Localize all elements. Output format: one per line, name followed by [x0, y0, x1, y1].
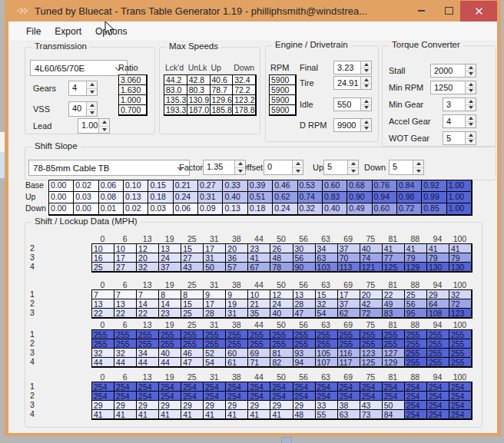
cell[interactable]: 80.3	[187, 85, 211, 95]
cell[interactable]: 27	[181, 253, 204, 263]
cell[interactable]: 13	[293, 290, 316, 299]
cell[interactable]: 254	[449, 410, 472, 419]
cell[interactable]: 48	[270, 253, 293, 263]
spinner-buttons[interactable]	[360, 77, 371, 89]
cell[interactable]: 0.03	[148, 203, 173, 215]
cell[interactable]: 33	[316, 401, 338, 410]
cell[interactable]: 9	[226, 290, 248, 299]
cell[interactable]: 255	[114, 339, 137, 349]
spin-up-button[interactable]	[87, 102, 97, 109]
cell[interactable]: 255	[159, 330, 181, 339]
cell[interactable]: 254	[316, 392, 338, 401]
cell[interactable]: 105	[316, 349, 338, 358]
minimize-button[interactable]	[413, 1, 429, 21]
spin-up-button[interactable]	[361, 61, 371, 68]
cell[interactable]: 29	[204, 401, 226, 410]
cell[interactable]: 178.8	[233, 105, 256, 115]
cell[interactable]: 255	[181, 339, 204, 349]
cell[interactable]: 113	[338, 263, 360, 272]
cell[interactable]: 83.0	[164, 85, 187, 95]
cell[interactable]: 255	[449, 358, 472, 367]
cell[interactable]: 0.32	[298, 203, 323, 215]
cell[interactable]: 0.10	[124, 180, 148, 192]
cell[interactable]: 0.08	[99, 192, 124, 203]
cell[interactable]: 117	[338, 358, 360, 367]
cell[interactable]: 0.98	[397, 192, 422, 203]
cell[interactable]: 254	[248, 382, 270, 392]
cell[interactable]: 90	[293, 263, 316, 272]
cell[interactable]: 0.700	[119, 105, 147, 115]
cell[interactable]: 37	[338, 299, 360, 309]
cell[interactable]: 25	[405, 290, 427, 299]
close-button[interactable]	[460, 1, 497, 21]
cell[interactable]: 0.60	[373, 203, 397, 215]
spinner-buttons[interactable]	[86, 81, 97, 95]
cell[interactable]: 17	[338, 290, 360, 299]
cell[interactable]: 70	[338, 253, 360, 263]
cell[interactable]: 0.18	[148, 192, 173, 203]
cell[interactable]: 22	[383, 290, 405, 299]
cell[interactable]: 13	[159, 244, 181, 253]
cell[interactable]: 254	[427, 392, 449, 401]
cell[interactable]: 254	[248, 392, 270, 401]
spinner-buttons[interactable]	[465, 98, 476, 111]
cell[interactable]: 0.85	[422, 203, 446, 215]
cell[interactable]: 103	[316, 263, 338, 272]
cell[interactable]: 255	[270, 330, 293, 339]
cell[interactable]: 255	[248, 339, 270, 349]
cell[interactable]: 0.76	[373, 180, 397, 192]
cell[interactable]: 255	[316, 339, 338, 349]
idle-spinner[interactable]: 550	[333, 98, 372, 111]
wot-gear-spinner[interactable]: 5	[443, 131, 476, 145]
cell[interactable]: 41	[449, 244, 472, 253]
spin-down-button[interactable]	[466, 121, 476, 128]
cell[interactable]: 0.00	[49, 180, 74, 192]
cell[interactable]: 255	[204, 339, 226, 349]
cell[interactable]: 255	[427, 330, 449, 339]
cell[interactable]: 13	[114, 299, 137, 309]
cell[interactable]: 69	[248, 349, 270, 358]
cell[interactable]: 255	[181, 330, 204, 339]
cell[interactable]: 255	[405, 330, 427, 339]
cell[interactable]: 41	[204, 410, 226, 419]
spin-down-button[interactable]	[87, 88, 97, 96]
spin-down-button[interactable]	[361, 104, 371, 111]
spinner-buttons[interactable]	[465, 132, 476, 144]
spinner-buttons[interactable]	[465, 81, 476, 94]
cell[interactable]: 255	[204, 330, 226, 339]
spin-down-button[interactable]	[293, 167, 303, 175]
spinner-buttons[interactable]	[234, 160, 245, 174]
cell[interactable]: 255	[270, 339, 293, 349]
cell[interactable]: 22	[114, 309, 137, 318]
cell[interactable]: 0.09	[198, 203, 223, 215]
cell[interactable]: 0.68	[347, 180, 372, 192]
cell[interactable]: 0.18	[248, 203, 273, 215]
cell[interactable]: 54	[316, 309, 338, 318]
cell[interactable]: 0.49	[347, 203, 372, 215]
spinner-buttons[interactable]	[465, 115, 476, 127]
cell[interactable]: 254	[383, 382, 405, 392]
spin-up-button[interactable]	[466, 64, 476, 71]
cell[interactable]: 130	[449, 263, 472, 272]
spin-up-button[interactable]	[99, 119, 109, 126]
spin-down-button[interactable]	[361, 83, 371, 90]
cell[interactable]: 43	[181, 263, 204, 272]
cell[interactable]: 5900	[270, 105, 296, 115]
cell[interactable]: 42	[360, 299, 383, 309]
cell[interactable]: 255	[449, 330, 472, 339]
cell[interactable]: 47	[181, 358, 204, 367]
cell[interactable]: 254	[114, 392, 137, 401]
cell[interactable]: 71	[248, 358, 270, 367]
cell[interactable]: 254	[270, 392, 293, 401]
cell[interactable]: 14	[137, 299, 159, 309]
cell[interactable]: 93	[293, 349, 316, 358]
cell[interactable]: 254	[338, 382, 360, 392]
cell[interactable]: 0.40	[223, 192, 247, 203]
cell[interactable]: 0.72	[397, 203, 422, 215]
cell[interactable]: 78	[270, 263, 293, 272]
cell[interactable]: 125	[360, 358, 383, 367]
cell[interactable]: 255	[405, 339, 427, 349]
cell[interactable]: 20	[226, 244, 248, 253]
cell[interactable]: 25	[181, 309, 204, 318]
min-gear-spinner[interactable]: 3	[443, 98, 476, 111]
